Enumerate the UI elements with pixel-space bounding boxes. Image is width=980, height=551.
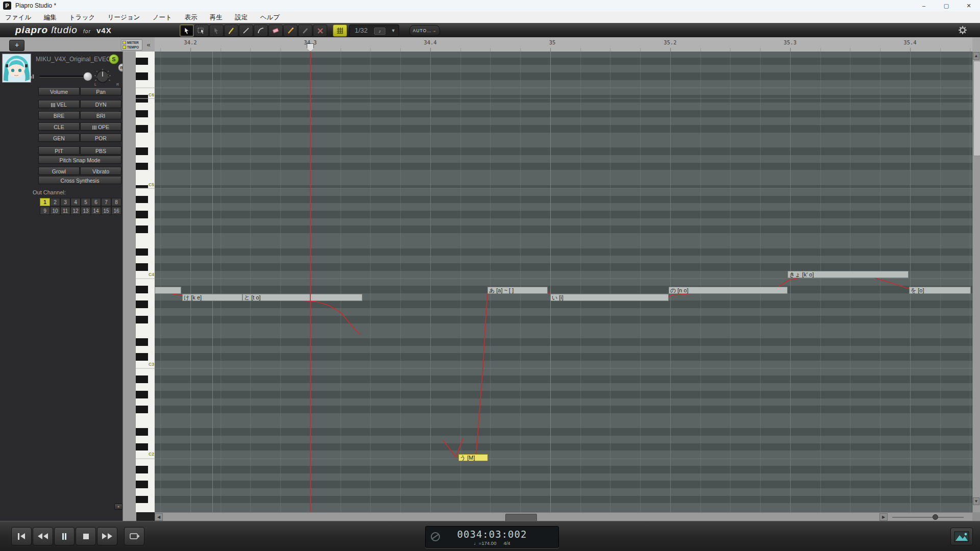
menu-file[interactable]: ファイル — [0, 11, 36, 24]
midi-channel-6[interactable]: 6 — [91, 198, 101, 206]
pause-button[interactable] — [54, 527, 75, 545]
ope-param-button[interactable]: OPE — [80, 122, 121, 131]
track-name[interactable]: MIKU_V4X_Original_EVEC — [36, 56, 120, 63]
scroll-down-button[interactable]: ▼ — [973, 497, 979, 505]
midi-channel-9[interactable]: 9 — [40, 207, 50, 215]
h-zoom-slider[interactable] — [892, 517, 964, 518]
horizontal-scrollbar[interactable]: ◀ ▶ — [155, 512, 972, 521]
meter-tempo-box[interactable]: METER TEMPO — [121, 39, 142, 51]
vertical-scroll-thumb[interactable] — [973, 61, 980, 156]
vibrato-button[interactable]: Vibrato — [80, 167, 121, 175]
note[interactable]: と [t o] — [242, 294, 362, 301]
select-disabled-tool-button[interactable] — [209, 24, 224, 37]
rewind-button[interactable] — [33, 527, 53, 545]
pbs-param-button[interactable]: PBS — [80, 146, 121, 155]
menu-note[interactable]: ノート — [148, 11, 177, 24]
timeline-ruler[interactable]: 34.234.334.43535.235.335.4 — [155, 37, 972, 52]
midi-channel-11[interactable]: 11 — [60, 207, 70, 215]
gen-param-button[interactable]: GEN — [38, 134, 80, 142]
scroll-right-button[interactable]: ▶ — [879, 513, 888, 521]
note-selected[interactable]: う [M] — [458, 454, 488, 461]
region-select-tool-button[interactable] — [194, 24, 209, 37]
midi-channel-14[interactable]: 14 — [91, 207, 101, 215]
go-to-start-button[interactable] — [11, 527, 32, 545]
menu-track[interactable]: トラック — [64, 11, 100, 24]
note[interactable]: け [k e] — [182, 294, 242, 301]
menu-settings[interactable]: 設定 — [230, 11, 253, 24]
note[interactable]: きょ [k' o] — [788, 271, 909, 278]
snap-value-select[interactable]: 1/32 ♪ ▼ — [349, 24, 399, 37]
pointer-tool-button[interactable] — [180, 24, 194, 37]
singer-avatar[interactable] — [2, 54, 31, 83]
midi-channel-4[interactable]: 4 — [70, 198, 81, 206]
note[interactable]: を [o] — [909, 287, 971, 294]
pan-param-button[interactable]: Pan — [80, 87, 121, 95]
dyn-param-button[interactable]: DYN — [80, 100, 121, 108]
pause-icon — [65, 533, 66, 540]
delete-tool-button[interactable] — [313, 24, 327, 37]
growl-button[interactable]: Growl — [38, 167, 80, 175]
meter-indicator — [122, 41, 126, 44]
stop-button[interactable] — [76, 527, 96, 545]
bri-param-button[interactable]: BRI — [80, 111, 121, 119]
pen-disabled-tool-button[interactable] — [298, 24, 312, 37]
curve-tool-button[interactable] — [254, 24, 268, 37]
volume-param-button[interactable]: Volume — [38, 87, 80, 95]
piano-roll[interactable]: け [k e]と [t o]あ [a] ~ [ ]い [i]の [n o]きょ … — [155, 52, 972, 512]
menu-play[interactable]: 再生 — [205, 11, 228, 24]
cross-synthesis-button[interactable]: Cross Synthesis — [38, 176, 121, 184]
menu-help[interactable]: ヘルプ — [255, 11, 285, 24]
h-zoom-knob[interactable] — [933, 514, 938, 520]
maximize-button[interactable]: ▢ — [935, 0, 958, 11]
control-pen-tool-button[interactable] — [283, 24, 298, 37]
por-param-button[interactable]: POR — [80, 134, 121, 142]
midi-channel-7[interactable]: 7 — [101, 198, 111, 206]
piano-keyboard[interactable]: C6C5C4C3C2 — [136, 52, 155, 512]
horizontal-scroll-thumb[interactable] — [505, 514, 537, 521]
line-tool-button[interactable] — [239, 24, 253, 37]
midi-channel-8[interactable]: 8 — [111, 198, 121, 206]
volume-slider-knob[interactable] — [83, 72, 92, 81]
pit-param-button[interactable]: PIT — [38, 146, 80, 155]
auto-scroll-button[interactable]: AUTO…→ — [409, 25, 440, 36]
midi-channel-16[interactable]: 16 — [111, 207, 121, 215]
close-button[interactable]: ✕ — [958, 0, 980, 11]
eraser-tool-button[interactable] — [268, 24, 283, 37]
pencil-tool-button[interactable] — [224, 24, 238, 37]
vertical-scrollbar[interactable]: ▲ ▼ — [972, 52, 980, 512]
midi-channel-2[interactable]: 2 — [50, 198, 60, 206]
midi-channel-10[interactable]: 10 — [50, 207, 60, 215]
zoom-plus-button[interactable]: + — [114, 504, 122, 510]
volume-slider-track[interactable] — [39, 76, 88, 77]
note[interactable]: の [n o] — [669, 287, 788, 294]
midi-channel-12[interactable]: 12 — [70, 207, 81, 215]
collapse-panel-button[interactable]: « — [144, 39, 153, 51]
loop-button[interactable] — [124, 527, 144, 545]
settings-gear-button[interactable] — [958, 25, 969, 36]
bre-param-button[interactable]: BRE — [38, 111, 80, 119]
midi-channel-13[interactable]: 13 — [81, 207, 91, 215]
menu-region[interactable]: リージョン — [103, 11, 145, 24]
ruler-beat-label: 34.4 — [424, 39, 436, 45]
minimize-button[interactable]: – — [913, 0, 935, 11]
note[interactable]: あ [a] ~ [ ] — [487, 287, 548, 294]
note[interactable]: い [i] — [550, 294, 669, 301]
solo-button[interactable]: S — [109, 54, 119, 64]
midi-channel-5[interactable]: 5 — [81, 198, 91, 206]
tempo-value: ♩=174.00 — [474, 540, 496, 546]
fast-forward-button[interactable] — [97, 527, 117, 545]
background-image-button[interactable] — [950, 528, 973, 545]
pitch-snap-mode-button[interactable]: Pitch Snap Mode — [38, 156, 121, 164]
midi-channel-15[interactable]: 15 — [101, 207, 111, 215]
midi-channel-1[interactable]: 1 — [40, 198, 50, 206]
scroll-up-button[interactable]: ▲ — [973, 52, 979, 60]
scroll-left-button[interactable]: ◀ — [155, 513, 163, 521]
note[interactable] — [155, 287, 181, 294]
midi-channel-3[interactable]: 3 — [60, 198, 70, 206]
vel-param-button[interactable]: VEL — [38, 100, 80, 108]
cle-param-button[interactable]: CLE — [38, 122, 80, 131]
menu-view[interactable]: 表示 — [179, 11, 202, 24]
snap-grid-button[interactable] — [333, 24, 347, 37]
add-track-button[interactable]: + — [9, 40, 24, 51]
menu-edit[interactable]: 編集 — [39, 11, 62, 24]
